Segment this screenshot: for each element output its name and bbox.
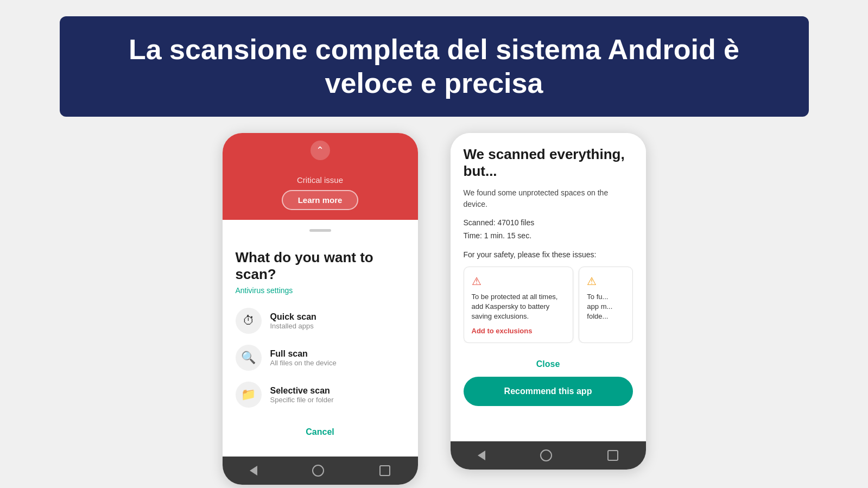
full-scan-option[interactable]: 🔍 Full scan All files on the device — [236, 345, 405, 371]
add-to-exclusions-link[interactable]: Add to exclusions — [472, 327, 566, 335]
scroll-indicator — [223, 220, 418, 238]
cancel-button[interactable]: Cancel — [236, 419, 405, 446]
antivirus-settings-link[interactable]: Antivirus settings — [236, 286, 405, 295]
stats-line2: Time: 1 min. 15 sec. — [464, 230, 633, 243]
back-nav-icon[interactable] — [250, 466, 257, 476]
quick-scan-sub: Installed apps — [270, 322, 316, 330]
phone-top-red-section: Critical issue Learn more — [223, 133, 418, 220]
selective-scan-name: Selective scan — [270, 386, 334, 396]
quick-scan-text: Quick scan Installed apps — [270, 312, 316, 330]
left-phone-nav — [223, 457, 418, 485]
scanned-description: We found some unprotected spaces on the … — [464, 187, 633, 210]
quick-scan-icon: ⏱ — [236, 308, 262, 334]
home-nav-icon[interactable] — [312, 465, 324, 477]
issue-card-2-text: To fu...app m...folde... — [587, 292, 624, 322]
selective-scan-option[interactable]: 📁 Selective scan Specific file or folder — [236, 382, 405, 408]
right-phone-content: We scanned everything, but... We found s… — [451, 133, 646, 441]
critical-issue-text: Critical issue — [297, 175, 343, 185]
right-back-nav-icon[interactable] — [478, 451, 485, 460]
issue-card-2: ⚠ To fu...app m...folde... — [579, 267, 632, 344]
scroll-pill — [309, 229, 331, 232]
quick-scan-option[interactable]: ⏱ Quick scan Installed apps — [236, 308, 405, 334]
scanned-title: We scanned everything, but... — [464, 146, 633, 180]
scan-title: What do you want to scan? — [236, 249, 405, 283]
issue-card-2-icon: ⚠ — [587, 275, 624, 288]
left-phone: Critical issue Learn more What do you wa… — [223, 133, 418, 485]
header-banner: La scansione completa del sistema Androi… — [60, 16, 809, 117]
right-phone-nav — [451, 441, 646, 470]
header-title: La scansione completa del sistema Androi… — [92, 33, 776, 100]
full-scan-icon: 🔍 — [236, 345, 262, 371]
full-scan-name: Full scan — [270, 349, 337, 359]
right-recents-nav-icon[interactable] — [607, 450, 618, 461]
recommend-button[interactable]: Recommend this app — [464, 377, 633, 406]
selective-scan-sub: Specific file or folder — [270, 396, 334, 404]
full-scan-sub: All files on the device — [270, 359, 337, 367]
issue-card-1-text: To be protected at all times, add Kasper… — [472, 292, 566, 322]
issue-card-1-icon: ⚠ — [472, 275, 566, 288]
chevron-up-icon[interactable] — [311, 141, 330, 160]
issue-cards-container: ⚠ To be protected at all times, add Kasp… — [464, 267, 633, 344]
stats-line1: Scanned: 47010 files — [464, 217, 633, 230]
right-phone: We scanned everything, but... We found s… — [451, 133, 646, 470]
recents-nav-icon[interactable] — [379, 465, 390, 476]
safety-prompt: For your safety, please fix these issues… — [464, 250, 633, 259]
right-home-nav-icon[interactable] — [540, 449, 552, 461]
selective-scan-icon: 📁 — [236, 382, 262, 408]
left-phone-content: What do you want to scan? Antivirus sett… — [223, 238, 418, 457]
scanned-stats: Scanned: 47010 files Time: 1 min. 15 sec… — [464, 217, 633, 243]
selective-scan-text: Selective scan Specific file or folder — [270, 386, 334, 404]
close-button[interactable]: Close — [464, 352, 633, 377]
full-scan-text: Full scan All files on the device — [270, 349, 337, 367]
issue-card-1: ⚠ To be protected at all times, add Kasp… — [464, 267, 574, 344]
quick-scan-name: Quick scan — [270, 312, 316, 322]
learn-more-button[interactable]: Learn more — [282, 190, 359, 210]
phones-container: Critical issue Learn more What do you wa… — [60, 133, 809, 485]
